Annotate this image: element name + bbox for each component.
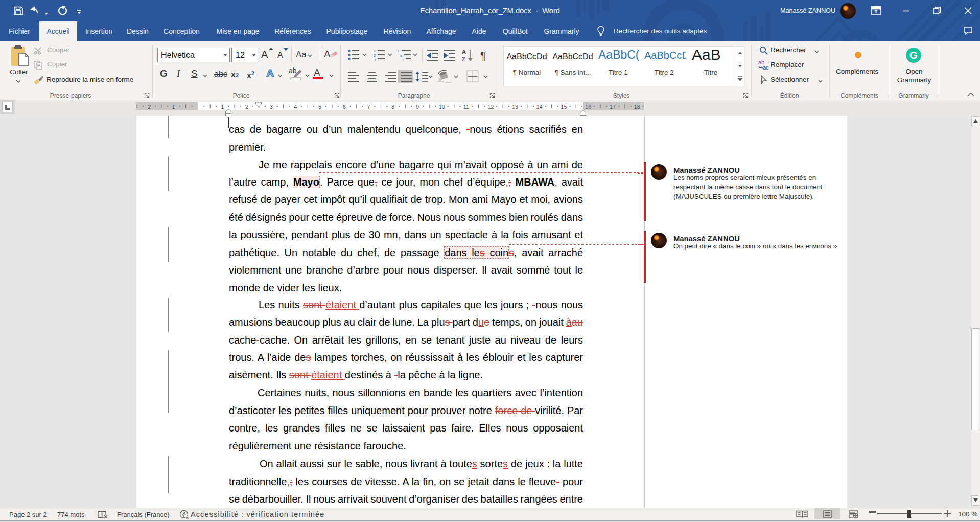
svg-text:10: 10 — [439, 104, 445, 110]
svg-text:¶: ¶ — [480, 49, 486, 62]
svg-text:17: 17 — [610, 104, 616, 110]
svg-text:15: 15 — [561, 104, 567, 110]
svg-text:i: i — [403, 58, 404, 62]
svg-text:4: 4 — [294, 104, 297, 110]
svg-text:9: 9 — [416, 104, 419, 110]
svg-text:2: 2 — [148, 104, 151, 110]
svg-text:1: 1 — [172, 104, 175, 110]
svg-text:1: 1 — [221, 104, 224, 110]
svg-text:Z: Z — [462, 56, 465, 62]
svg-text:3: 3 — [270, 104, 273, 110]
svg-text:1: 1 — [398, 49, 400, 53]
svg-text:12: 12 — [487, 104, 494, 110]
svg-text:A: A — [462, 49, 466, 55]
svg-text:18: 18 — [634, 104, 640, 110]
svg-text:1: 1 — [374, 49, 376, 53]
svg-text:2: 2 — [245, 104, 248, 110]
svg-text:a: a — [400, 54, 402, 57]
svg-text:8: 8 — [391, 104, 394, 110]
svg-text:3: 3 — [374, 58, 376, 62]
svg-text:14: 14 — [536, 104, 543, 110]
svg-text:13: 13 — [512, 104, 518, 110]
svg-text:11: 11 — [463, 104, 469, 110]
svg-text:6: 6 — [343, 104, 346, 110]
svg-text:16: 16 — [585, 104, 591, 110]
svg-text:7: 7 — [367, 104, 370, 110]
svg-text:2: 2 — [374, 53, 376, 58]
svg-text:5: 5 — [318, 104, 321, 110]
